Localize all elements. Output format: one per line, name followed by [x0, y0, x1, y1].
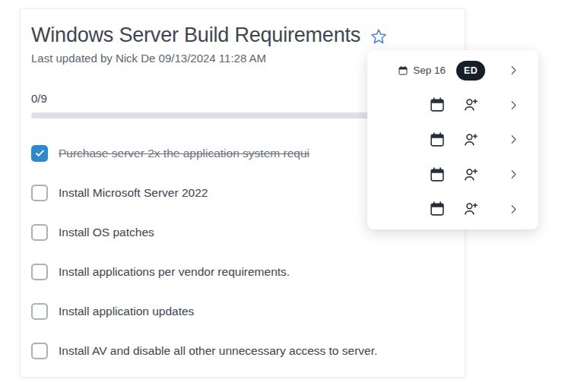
popup-row: Sep 16 ED — [367, 53, 538, 88]
chevron-right-icon — [508, 100, 519, 111]
checklist-item-label[interactable]: Install application updates — [59, 305, 194, 318]
chevron-right-icon — [508, 204, 519, 215]
due-date-button[interactable] — [429, 96, 446, 113]
checklist-item: Install AV and disable all other unneces… — [31, 343, 454, 359]
calendar-icon — [429, 166, 446, 183]
checklist-item-label[interactable]: Install Microsoft Server 2022 — [59, 186, 208, 200]
checklist-item-label[interactable]: Install OS patches — [59, 226, 154, 239]
favorite-button[interactable] — [370, 27, 388, 46]
person-add-icon — [462, 201, 479, 217]
expand-row-button[interactable] — [508, 65, 519, 76]
item-actions-popup: Sep 16 ED — [367, 50, 538, 229]
add-assignee-button[interactable] — [462, 131, 479, 148]
page-title: Windows Server Build Requirements — [31, 24, 360, 47]
checklist-item: Install application updates — [31, 303, 454, 320]
checklist-item: Install applications per vendor requirem… — [31, 264, 454, 280]
chevron-right-icon — [508, 65, 519, 76]
due-date-button[interactable] — [429, 166, 446, 183]
expand-row-button[interactable] — [508, 169, 519, 180]
checkbox-unchecked[interactable] — [31, 343, 48, 359]
add-assignee-button[interactable] — [462, 96, 479, 113]
add-assignee-button[interactable] — [462, 166, 479, 183]
star-icon — [370, 27, 388, 46]
expand-row-button[interactable] — [508, 204, 519, 215]
checkbox-unchecked[interactable] — [31, 303, 48, 320]
calendar-icon — [398, 65, 408, 76]
checklist-item-label[interactable]: Install applications per vendor requirem… — [59, 265, 290, 279]
chevron-right-icon — [508, 134, 519, 145]
due-date-button[interactable]: Sep 16 — [398, 65, 446, 76]
assignee-button[interactable]: ED — [456, 61, 485, 81]
expand-row-button[interactable] — [508, 134, 519, 145]
card-header: Windows Server Build Requirements — [31, 24, 454, 47]
checkbox-unchecked[interactable] — [31, 224, 48, 241]
checkbox-checked[interactable] — [31, 145, 48, 162]
add-assignee-button[interactable] — [462, 201, 479, 217]
calendar-icon — [429, 96, 446, 113]
due-date-button[interactable] — [429, 131, 446, 148]
popup-row — [367, 191, 538, 226]
person-add-icon — [462, 96, 479, 113]
popup-row — [367, 88, 538, 123]
checkbox-unchecked[interactable] — [31, 264, 48, 280]
avatar: ED — [456, 61, 485, 81]
calendar-icon — [429, 131, 446, 148]
chevron-right-icon — [508, 169, 519, 180]
due-date-button[interactable] — [429, 201, 446, 217]
checkmark-icon — [34, 147, 46, 159]
checkbox-unchecked[interactable] — [31, 185, 48, 201]
person-add-icon — [462, 166, 479, 183]
popup-row — [367, 122, 538, 157]
popup-row — [367, 157, 538, 192]
expand-row-button[interactable] — [508, 100, 519, 111]
checklist-item-label[interactable]: Purchase server 2x the application syste… — [59, 147, 309, 160]
checklist-item-label[interactable]: Install AV and disable all other unneces… — [59, 344, 377, 358]
person-add-icon — [462, 131, 479, 148]
calendar-icon — [429, 201, 446, 217]
due-date-label: Sep 16 — [413, 65, 446, 76]
